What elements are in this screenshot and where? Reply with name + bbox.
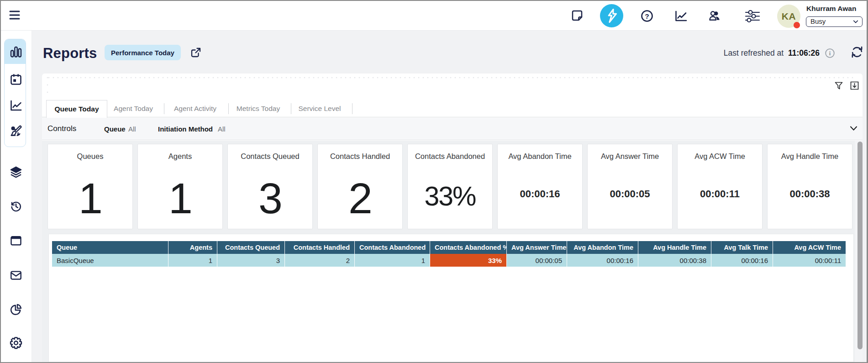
svg-text:i: i xyxy=(829,50,831,57)
svg-text:?: ? xyxy=(645,12,649,20)
